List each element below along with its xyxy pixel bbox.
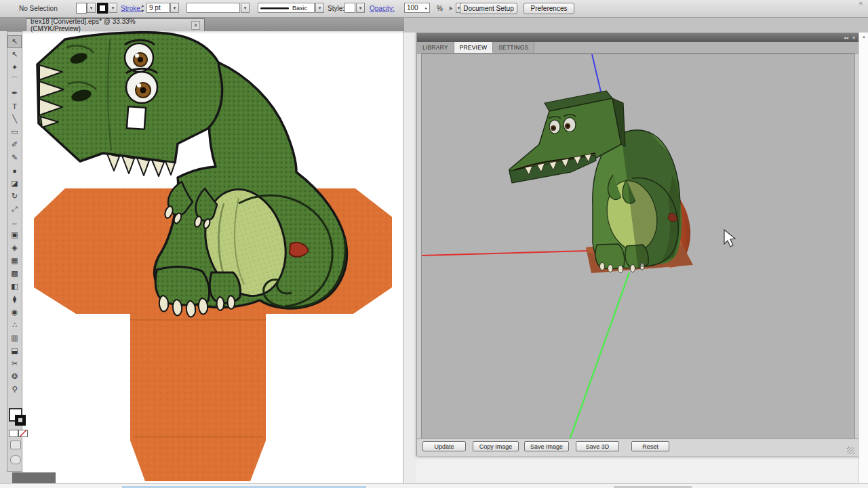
selection-tool[interactable]: ↖ [7, 35, 22, 48]
model-3d [509, 91, 693, 273]
color-mode-button[interactable] [9, 430, 18, 437]
magic-wand-tool[interactable]: ✦ [7, 61, 22, 74]
workspace-corner-icon[interactable]: ⇱ [859, 1, 867, 8]
eyedropper-tool[interactable]: ⧫ [7, 293, 22, 306]
symbol-sprayer-tool[interactable]: ∴ [7, 319, 22, 331]
stroke-weight-stepper[interactable]: ▴ ▾ [140, 3, 146, 14]
preview-3d-render [422, 54, 854, 451]
toolbar-tools: ↖↖✦⌒✒T╲▭✐✎●◪↻⤢↔▣◈▦▩◧⧫◉∴▥⬓✂❂⚲ [7, 32, 22, 396]
trex-head-art [37, 33, 222, 176]
panel-close-icon[interactable]: ✕ [852, 33, 856, 42]
bottom-edge-strip [0, 483, 868, 488]
none-color-button[interactable] [18, 430, 28, 437]
stroke-style-field[interactable]: Basic [258, 3, 315, 13]
reset-button[interactable]: Reset [631, 441, 669, 451]
opacity-value: 100 [407, 4, 418, 12]
panel-titlebar[interactable]: ◂◂ ✕ [417, 33, 859, 42]
rotate-tool[interactable]: ↻ [7, 190, 22, 203]
stepper-up-icon[interactable]: ▴ [142, 3, 144, 7]
type-tool[interactable]: T [7, 100, 22, 113]
panel-collapse-icon[interactable]: ◂◂ [844, 33, 848, 42]
document-tab[interactable]: trex18 [Converted].eps* @ 33.33% (CMYK/P… [26, 18, 205, 31]
artboard-tool[interactable]: ⬓ [7, 344, 22, 357]
selection-status: No Selection [19, 0, 58, 17]
stroke-color-dropdown[interactable]: ▾ [108, 3, 117, 13]
direct-selection-tool[interactable]: ↖ [7, 48, 22, 61]
panel-resize-grip[interactable] [847, 447, 854, 454]
stroke-preview-line [260, 7, 289, 9]
brush-definition-dropdown[interactable]: ▾ [241, 3, 250, 13]
screen-mode-button[interactable] [10, 455, 21, 464]
pen-tool[interactable]: ✒ [7, 87, 22, 100]
fill-color-dropdown[interactable]: ▾ [87, 3, 96, 13]
axis-y-green [570, 272, 629, 440]
artboard-canvas[interactable] [22, 31, 404, 484]
mesh-tool[interactable]: ▩ [7, 267, 22, 280]
axis-x-red [422, 251, 589, 256]
width-tool[interactable]: ↔ [7, 216, 22, 228]
hand-tool[interactable]: ❂ [7, 370, 22, 383]
stroke-style-value: Basic [292, 5, 307, 12]
stroke-link[interactable]: Stroke: [121, 0, 142, 17]
line-segment-tool[interactable]: ╲ [7, 113, 22, 125]
tab-library[interactable]: LIBRARY [417, 42, 454, 53]
brush-definition-field[interactable] [186, 3, 240, 13]
zoom-tool[interactable]: ⚲ [7, 383, 22, 396]
panel-tab-bar: LIBRARY PREVIEW SETTINGS [417, 42, 859, 54]
panel-footer: Update Copy Image Save Image Save 3D Res… [417, 439, 859, 456]
gradient-tool[interactable]: ◧ [7, 280, 22, 293]
drawing-mode-button[interactable] [10, 441, 21, 449]
dock-scrollbar[interactable]: ▴ [859, 33, 868, 488]
lasso-tool[interactable]: ⌒ [7, 74, 22, 87]
dock-background [404, 18, 868, 33]
paintbrush-tool[interactable]: ✐ [7, 138, 22, 151]
stroke-color-swatch[interactable] [97, 3, 108, 14]
dock-lower-background [404, 456, 868, 484]
scale-tool[interactable]: ⤢ [7, 203, 22, 216]
document-tab-title: trex18 [Converted].eps* @ 33.33% (CMYK/P… [31, 18, 187, 33]
control-bar: No Selection ▾ ▾ Stroke: ▴ ▾ 9 pt ▾ ▾ Ba… [0, 0, 868, 18]
opacity-field[interactable]: 100 ▸ [404, 3, 430, 13]
stroke-style-dropdown[interactable]: ▾ [315, 3, 324, 13]
free-transform-tool[interactable]: ▣ [7, 228, 22, 241]
shape-builder-tool[interactable]: ◈ [7, 241, 22, 254]
opacity-spinner-icon[interactable]: ▸ [425, 5, 427, 10]
tab-preview[interactable]: PREVIEW [454, 42, 494, 53]
blend-tool[interactable]: ◉ [7, 306, 22, 319]
opacity-link[interactable]: Opacity: [370, 0, 395, 17]
stroke-proxy-swatch[interactable] [15, 415, 26, 426]
plugin-panel: ◂◂ ✕ LIBRARY PREVIEW SETTINGS [416, 33, 860, 456]
save-3d-button[interactable]: Save 3D [576, 441, 619, 451]
preview-3d-viewport[interactable] [421, 54, 855, 451]
slice-tool[interactable]: ✂ [7, 357, 22, 370]
style-label: Style: [328, 0, 344, 17]
papercraft-template-artwork [22, 31, 403, 484]
copy-image-button[interactable]: Copy Image [473, 441, 519, 451]
percent-label: % [437, 0, 443, 17]
pasteboard-gap [404, 31, 416, 488]
document-close-icon[interactable]: ✕ [191, 21, 200, 30]
graphic-style-field[interactable] [344, 3, 355, 13]
column-graph-tool[interactable]: ▥ [7, 331, 22, 344]
preferences-button[interactable]: Preferences [524, 3, 574, 14]
stepper-down-icon[interactable]: ▾ [142, 9, 144, 13]
stroke-weight-field[interactable]: 9 pt [146, 3, 170, 13]
tools-panel: ↖↖✦⌒✒T╲▭✐✎●◪↻⤢↔▣◈▦▩◧⧫◉∴▥⬓✂❂⚲ [7, 31, 22, 472]
fill-color-swatch[interactable] [76, 3, 87, 14]
rectangle-tool[interactable]: ▭ [7, 125, 22, 138]
perspective-grid-tool[interactable]: ▦ [7, 254, 22, 267]
pencil-tool[interactable]: ✎ [7, 151, 22, 164]
mouse-cursor [724, 230, 735, 247]
eraser-tool[interactable]: ◪ [7, 177, 22, 190]
scrollbar-up-icon[interactable]: ▴ [859, 33, 868, 41]
tab-settings[interactable]: SETTINGS [493, 42, 534, 53]
document-setup-button[interactable]: Document Setup [460, 3, 517, 14]
update-button[interactable]: Update [422, 441, 466, 451]
save-image-button[interactable]: Save Image [524, 441, 569, 451]
stroke-weight-dropdown[interactable]: ▾ [170, 3, 179, 13]
graphic-style-dropdown[interactable]: ▾ [356, 3, 365, 13]
blob-brush-tool[interactable]: ● [7, 164, 22, 177]
